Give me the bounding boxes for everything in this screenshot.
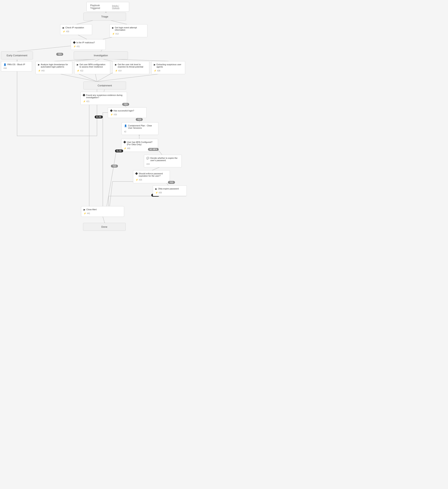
arrow-icon: ▶: [63, 26, 64, 29]
get-user-risk-id: #14: [118, 70, 122, 72]
arrow-icon2: ▶: [112, 26, 114, 29]
arrow-icon6: ▶: [154, 63, 156, 66]
diamond-icon5: [135, 172, 138, 175]
person-icon2: 👤: [124, 124, 127, 127]
diamond-icon4: [123, 141, 126, 143]
analyze-login-title: Analyze login timestamps for automated l…: [41, 63, 70, 68]
lightning-icon7: ⚡: [154, 69, 157, 72]
has-successful-login-id: #39: [114, 114, 117, 116]
chat-icon: 💬: [146, 157, 149, 160]
get-user-mfa-node[interactable]: ▶ Get user MFA configuration to assess t…: [74, 61, 110, 74]
yes-label-3: YES: [136, 118, 143, 121]
check-ip-id: #30: [66, 31, 69, 33]
containment-title: Containment: [97, 84, 112, 87]
get-login-node[interactable]: ▶ Get login event attempt information ⚡ …: [110, 24, 147, 37]
containment-node[interactable]: Containment: [83, 82, 126, 90]
yes-label-4: YES: [111, 165, 118, 167]
investigation-title: Investigation: [94, 54, 108, 57]
get-login-id: #13: [115, 33, 119, 35]
early-containment-title: Early Containment: [7, 54, 27, 57]
lightning-icon10: ⚡: [124, 147, 127, 150]
lightning-icon6: ⚡: [115, 69, 118, 72]
get-user-mfa-id: #22: [80, 70, 83, 72]
close-alert-id: #41: [87, 212, 90, 215]
containment-plan-node[interactable]: 👤 Containment Plan - Clear User Sessions…: [122, 122, 159, 135]
arrow-icon8: ▶: [84, 208, 85, 211]
inputs-outputs-link[interactable]: Inputs / Outputs: [112, 4, 126, 9]
lightning-icon9: ⚡: [110, 113, 113, 116]
yes-label-2: YES: [122, 103, 129, 106]
done-node[interactable]: Done: [83, 223, 126, 231]
triage-node[interactable]: Triage: [83, 13, 126, 21]
arrow-icon5: ▶: [115, 63, 117, 66]
investigation-node[interactable]: Investigation: [74, 51, 128, 59]
check-ip-node[interactable]: ▶ Check IP reputation ⚡ #30: [60, 24, 92, 35]
analyze-login-node[interactable]: ▶ Analyze login timestamps for automated…: [35, 61, 72, 74]
get-login-title: Get login event attempt information: [115, 26, 145, 31]
pan-os-id: #44: [3, 67, 7, 69]
close-alert-title: Close Alert: [86, 208, 96, 211]
decide-expire-title: Decide whether to expire the user's pass…: [150, 157, 179, 162]
analyze-login-id: #43: [41, 70, 45, 72]
diamond-icon2: [83, 94, 85, 97]
svg-line-4: [109, 20, 127, 24]
found-suspicious-id: #21: [86, 100, 90, 102]
yes-label-1: YES: [56, 53, 63, 56]
get-user-mfa-title: Get user MFA configuration to assess the…: [80, 63, 108, 68]
flowchart-canvas: Playbook Triggered Inputs / Outputs Tria…: [0, 0, 448, 489]
lightning-icon11: ⚡: [136, 179, 138, 181]
lightning-icon3: ⚡: [73, 45, 76, 48]
pan-os-node[interactable]: 👤 PAN-OS - Block IP #44: [1, 61, 32, 71]
get-user-risk-node[interactable]: ▶ Get the user risk level to examine its…: [112, 61, 149, 74]
has-successful-login-title: Has successful login?: [113, 109, 134, 112]
svg-line-2: [77, 20, 95, 24]
user-has-mfa-title: User has MFA Configured? (For Okta Only): [127, 141, 156, 146]
okta-expire-id: #26: [159, 192, 162, 194]
svg-line-41: [103, 216, 105, 223]
else-label-3: ELSE: [115, 149, 123, 152]
get-user-risk-title: Get the user risk level to examine its t…: [118, 63, 147, 68]
should-enforce-node[interactable]: Should enforce password expiration for t…: [133, 170, 170, 183]
lightning-icon4: ⚡: [38, 69, 41, 72]
diamond-icon: [73, 41, 76, 44]
triage-title: Triage: [101, 15, 108, 18]
lightning-icon5: ⚡: [77, 69, 80, 72]
has-successful-login-node[interactable]: Has successful login? ⚡ #39: [108, 107, 147, 118]
found-suspicious-title: Found any suspicious evidence during inv…: [86, 94, 125, 99]
is-ip-malicious-id: #31: [77, 45, 80, 48]
close-alert-node[interactable]: ▶ Close Alert ⚡ #41: [81, 206, 124, 217]
containment-plan-title: Containment Plan - Clear User Sessions: [128, 124, 156, 129]
diamond-icon3: [110, 109, 113, 112]
extracting-agents-title: Extracting suspicious user agents: [157, 63, 183, 68]
pan-os-title: PAN-OS - Block IP: [7, 63, 25, 66]
arrow-icon3: ▶: [38, 63, 40, 66]
arrow-icon7: ▶: [155, 188, 157, 190]
containment-plan-id: #2: [124, 131, 126, 133]
found-suspicious-node[interactable]: Found any suspicious evidence during inv…: [80, 92, 127, 105]
lightning-icon2: ⚡: [112, 33, 115, 35]
user-has-mfa-id: #40: [127, 147, 130, 149]
decide-expire-id: #24: [146, 163, 150, 165]
okta-expire-title: Okta expire password: [158, 188, 179, 190]
should-enforce-title: Should enforce password expiration for t…: [139, 172, 167, 177]
early-containment-node[interactable]: Early Containment: [1, 51, 33, 59]
person-icon: 👤: [3, 63, 6, 66]
yes-label-5: YES: [168, 181, 175, 184]
is-ip-malicious-title: Is the IP malicious?: [76, 41, 95, 44]
playbook-triggered-title: Playbook Triggered: [90, 4, 108, 9]
no-mfa-label: NO MFA: [148, 148, 159, 151]
lightning-icon8: ⚡: [83, 100, 86, 103]
is-ip-malicious-node[interactable]: Is the IP malicious? ⚡ #31: [71, 39, 106, 50]
check-ip-title: Check IP reputation: [65, 26, 84, 29]
lightning-icon12: ⚡: [155, 191, 158, 194]
okta-expire-node[interactable]: ▶ Okta expire password ⚡ #26: [153, 185, 187, 196]
should-enforce-id: #25: [139, 179, 142, 181]
decide-expire-node[interactable]: 💬 Decide whether to expire the user's pa…: [144, 155, 182, 167]
playbook-triggered-node[interactable]: Playbook Triggered Inputs / Outputs: [87, 2, 129, 12]
done-title: Done: [101, 225, 107, 228]
extracting-agents-id: #28: [157, 70, 160, 72]
else-label-2: ELSE: [95, 116, 103, 118]
lightning-icon13: ⚡: [84, 212, 86, 215]
lightning-icon: ⚡: [63, 30, 65, 33]
extracting-agents-node[interactable]: ▶ Extracting suspicious user agents ⚡ #2…: [151, 61, 185, 74]
